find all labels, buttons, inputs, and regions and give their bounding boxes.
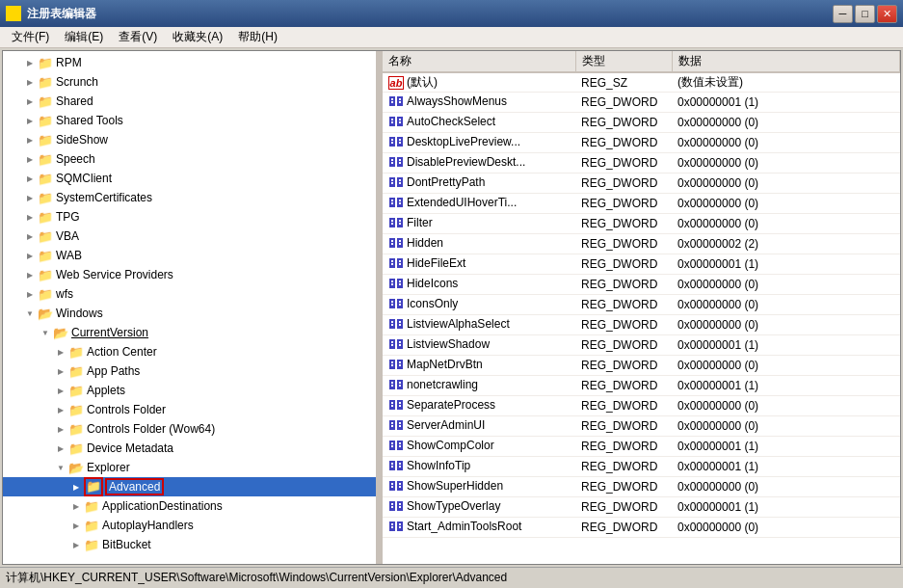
toggle-windows[interactable]	[22, 306, 38, 321]
toggle-sqmclient[interactable]	[22, 171, 38, 186]
svg-rect-69	[399, 304, 401, 306]
table-row[interactable]: AlwaysShowMenusREG_DWORD0x00000001 (1)	[383, 93, 900, 113]
tree-item-advanced[interactable]: Advanced	[3, 477, 376, 496]
table-row[interactable]: HiddenREG_DWORD0x00000002 (2)	[383, 234, 900, 254]
svg-rect-12	[391, 119, 393, 120]
maximize-button[interactable]: □	[855, 5, 875, 23]
tree-item-wfs[interactable]: wfs	[3, 284, 376, 304]
table-row[interactable]: DisablePreviewDeskt...REG_DWORD0x0000000…	[383, 153, 900, 174]
toggle-wfs[interactable]	[22, 286, 38, 302]
menu-help[interactable]: 帮助(H)	[230, 27, 285, 47]
tree-item-app-destinations[interactable]: ApplicationDestinations	[3, 496, 376, 516]
toggle-controls-folder[interactable]	[53, 402, 68, 417]
menu-file[interactable]: 文件(F)	[4, 27, 57, 47]
toggle-device-metadata[interactable]	[53, 441, 68, 456]
table-row[interactable]: ServerAdminUIREG_DWORD0x00000000 (0)	[383, 416, 900, 437]
toggle-applets[interactable]	[53, 383, 68, 398]
menu-view[interactable]: 查看(V)	[111, 27, 165, 47]
tree-label-windows: Windows	[56, 307, 103, 320]
reg-data: 0x00000000 (0)	[672, 518, 900, 538]
reg-type: REG_DWORD	[575, 376, 672, 396]
column-header-name[interactable]: 名称	[383, 51, 575, 72]
table-row[interactable]: HideIconsREG_DWORD0x00000000 (0)	[383, 275, 900, 295]
tree-item-tpg[interactable]: TPG	[3, 207, 376, 227]
toggle-sideshow[interactable]	[22, 132, 38, 147]
table-row[interactable]: ExtendedUIHoverTi...REG_DWORD0x00000000 …	[383, 194, 900, 214]
tree-item-app-paths[interactable]: App Paths	[3, 361, 376, 381]
table-row[interactable]: DontPrettyPathREG_DWORD0x00000000 (0)	[383, 174, 900, 194]
table-row[interactable]: IconsOnlyREG_DWORD0x00000000 (0)	[383, 295, 900, 315]
tree-item-device-metadata[interactable]: Device Metadata	[3, 439, 376, 458]
tree-item-shared-tools[interactable]: Shared Tools	[3, 111, 376, 130]
table-row[interactable]: MapNetDrvBtnREG_DWORD0x00000000 (0)	[383, 356, 900, 376]
tree-item-vba[interactable]: VBA	[3, 227, 376, 246]
toggle-action-center[interactable]	[53, 344, 68, 360]
registry-tree[interactable]: RPM Scrunch Shared Shared Tools SideShow	[3, 51, 379, 564]
tree-item-scrunch[interactable]: Scrunch	[3, 72, 376, 92]
tree-item-speech[interactable]: Speech	[3, 149, 376, 169]
toggle-wab[interactable]	[22, 248, 38, 263]
toggle-speech[interactable]	[22, 151, 38, 167]
tree-item-controls-wow64[interactable]: Controls Folder (Wow64)	[3, 419, 376, 439]
table-row[interactable]: ShowSuperHiddenREG_DWORD0x00000000 (0)	[383, 477, 900, 497]
toggle-autoplay[interactable]	[68, 518, 84, 533]
table-row[interactable]: ListviewAlphaSelectREG_DWORD0x00000000 (…	[383, 315, 900, 335]
folder-icon-controls-folder	[68, 402, 84, 417]
svg-rect-74	[391, 324, 393, 326]
tree-item-windows[interactable]: Windows	[3, 304, 376, 323]
column-header-data[interactable]: 数据	[672, 51, 900, 72]
tree-item-wab[interactable]: WAB	[3, 246, 376, 265]
minimize-button[interactable]: ─	[833, 5, 853, 23]
close-button[interactable]: ✕	[877, 5, 897, 23]
tree-item-explorer[interactable]: Explorer	[3, 458, 376, 477]
table-row[interactable]: ShowTypeOverlayREG_DWORD0x00000001 (1)	[383, 497, 900, 518]
table-row[interactable]: FilterREG_DWORD0x00000000 (0)	[383, 214, 900, 234]
svg-rect-19	[399, 139, 401, 141]
svg-rect-3	[14, 14, 20, 20]
toggle-scrunch[interactable]	[22, 74, 38, 90]
tree-item-controls-folder[interactable]: Controls Folder	[3, 400, 376, 419]
svg-rect-91	[399, 382, 401, 384]
tree-item-wsp[interactable]: Web Service Providers	[3, 265, 376, 284]
reg-type: REG_DWORD	[575, 254, 672, 275]
tree-item-rpm[interactable]: RPM	[3, 53, 376, 72]
tree-item-autoplay[interactable]: AutoplayHandlers	[3, 516, 376, 535]
tree-item-currentversion[interactable]: CurrentVersion	[3, 323, 376, 342]
toggle-advanced[interactable]	[68, 479, 84, 494]
table-row[interactable]: ab (默认)REG_SZ(数值未设置)	[383, 72, 900, 93]
toggle-currentversion[interactable]	[38, 325, 53, 340]
toggle-explorer[interactable]	[53, 460, 68, 475]
toggle-rpm[interactable]	[22, 55, 38, 70]
toggle-shared[interactable]	[22, 94, 38, 109]
table-row[interactable]: Start_AdminToolsRootREG_DWORD0x00000000 …	[383, 518, 900, 538]
column-header-type[interactable]: 类型	[575, 51, 672, 72]
toggle-controls-wow64[interactable]	[53, 421, 68, 437]
tree-item-systemcerts[interactable]: SystemCertificates	[3, 188, 376, 207]
table-row[interactable]: nonetcrawlingREG_DWORD0x00000001 (1)	[383, 376, 900, 396]
toggle-app-destinations[interactable]	[68, 498, 84, 514]
menu-edit[interactable]: 编辑(E)	[57, 27, 111, 47]
toggle-bitbucket[interactable]	[68, 537, 84, 552]
tree-item-sqmclient[interactable]: SQMClient	[3, 169, 376, 188]
menu-favorites[interactable]: 收藏夹(A)	[165, 27, 230, 47]
table-row[interactable]: SeparateProcessREG_DWORD0x00000000 (0)	[383, 396, 900, 416]
tree-item-sideshow[interactable]: SideShow	[3, 130, 376, 149]
tree-item-applets[interactable]: Applets	[3, 381, 376, 400]
toggle-tpg[interactable]	[22, 209, 38, 225]
toggle-vba[interactable]	[22, 228, 38, 244]
toggle-shared-tools[interactable]	[22, 113, 38, 128]
tree-item-shared[interactable]: Shared	[3, 92, 376, 111]
table-row[interactable]: AutoCheckSelectREG_DWORD0x00000000 (0)	[383, 113, 900, 133]
table-row[interactable]: DesktopLivePreview...REG_DWORD0x00000000…	[383, 133, 900, 153]
svg-rect-102	[391, 422, 393, 424]
table-row[interactable]: ShowInfoTipREG_DWORD0x00000001 (1)	[383, 457, 900, 477]
tree-item-action-center[interactable]: Action Center	[3, 342, 376, 361]
table-row[interactable]: HideFileExtREG_DWORD0x00000001 (1)	[383, 254, 900, 275]
table-row[interactable]: ShowCompColorREG_DWORD0x00000001 (1)	[383, 437, 900, 457]
toggle-systemcerts[interactable]	[22, 190, 38, 205]
table-row[interactable]: ListviewShadowREG_DWORD0x00000001 (1)	[383, 335, 900, 356]
toggle-app-paths[interactable]	[53, 363, 68, 379]
tree-label-sideshow: SideShow	[56, 133, 108, 147]
toggle-wsp[interactable]	[22, 267, 38, 282]
tree-item-bitbucket[interactable]: BitBucket	[3, 535, 376, 554]
